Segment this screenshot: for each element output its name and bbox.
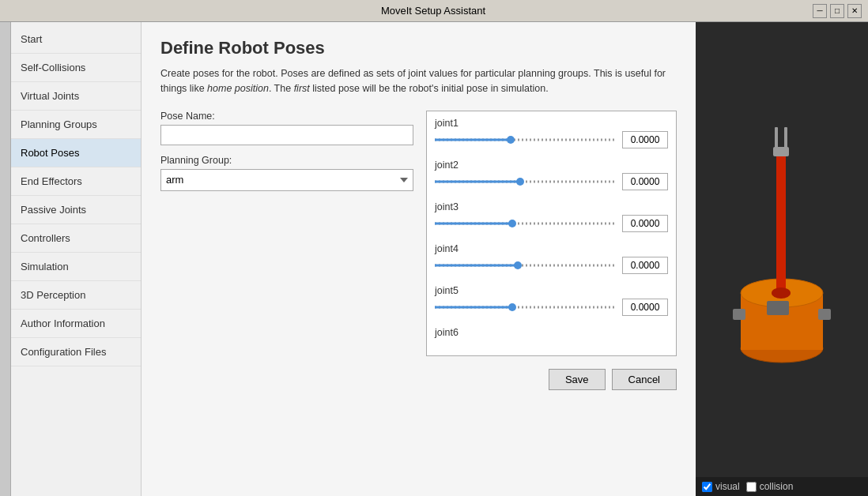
joint-row: joint1 [435, 118, 668, 148]
joint-name: joint4 [435, 243, 668, 254]
sidebar-item-author-information[interactable]: Author Information [11, 310, 141, 338]
joint-slider-container[interactable] [435, 259, 616, 272]
sidebar-item-self-collisions[interactable]: Self-Collisions [11, 54, 141, 82]
pose-name-label: Pose Name: [160, 111, 413, 122]
collision-label: collision [760, 481, 794, 492]
sidebar-item-planning-groups[interactable]: Planning Groups [11, 111, 141, 139]
joint-row: joint6 [435, 327, 668, 338]
sidebar-item-3d-perception[interactable]: 3D Perception [11, 281, 141, 310]
slider-track[interactable] [435, 175, 616, 188]
title-bar: MoveIt Setup Assistant ─ □ ✕ [0, 0, 868, 22]
joint-name: joint5 [435, 285, 668, 296]
sidebar-item-configuration-files[interactable]: Configuration Files [11, 338, 141, 366]
slider-track[interactable] [435, 217, 616, 230]
sidebar-item-virtual-joints[interactable]: Virtual Joints [11, 82, 141, 111]
joint-controls [435, 131, 668, 148]
window-controls: ─ □ ✕ [813, 4, 862, 18]
svg-rect-4 [767, 301, 789, 315]
sidebar-item-start[interactable]: Start [11, 25, 141, 54]
slider-thumb[interactable] [508, 220, 516, 227]
main-content: Define Robot Poses Create poses for the … [142, 22, 696, 496]
collision-checkbox[interactable] [746, 482, 757, 492]
left-strip [0, 22, 11, 496]
joint-row: joint4 [435, 243, 668, 274]
slider-fill [435, 138, 511, 141]
joint-name: joint2 [435, 160, 668, 171]
joint-controls [435, 257, 668, 274]
page-description: Create poses for the robot. Poses are de… [160, 66, 666, 96]
joint-name: joint1 [435, 118, 668, 129]
close-button[interactable]: ✕ [847, 4, 862, 18]
form-area: Pose Name: Planning Group: arm joint1 [160, 111, 677, 356]
joint-value-input[interactable] [622, 173, 668, 190]
joints-panel: joint1 joint2 [426, 111, 677, 356]
slider-thumb[interactable] [514, 261, 522, 269]
slider-thumb[interactable] [516, 178, 524, 186]
sidebar-item-controllers[interactable]: Controllers [11, 224, 141, 253]
sidebar: Start Self-Collisions Virtual Joints Pla… [11, 22, 142, 496]
svg-rect-11 [784, 127, 787, 152]
visual-label: visual [715, 481, 740, 492]
joint-value-input[interactable] [622, 299, 668, 316]
bottom-buttons: Save Cancel [160, 369, 677, 390]
joint-slider-container[interactable] [435, 175, 616, 188]
slider-fill [435, 264, 518, 266]
joint-row: joint5 [435, 285, 668, 316]
joint-controls [435, 299, 668, 316]
slider-thumb[interactable] [507, 136, 515, 144]
save-button[interactable]: Save [549, 369, 606, 390]
sidebar-item-passive-joints[interactable]: Passive Joints [11, 196, 141, 224]
svg-rect-7 [776, 151, 786, 293]
joint-value-input[interactable] [622, 257, 668, 274]
joint-row: joint2 [435, 160, 668, 190]
viewport: visual collision [696, 22, 868, 496]
pose-name-input[interactable] [160, 125, 413, 145]
svg-rect-5 [818, 309, 831, 320]
joint-slider-container[interactable] [435, 217, 616, 230]
visual-checkbox-group: visual [702, 481, 740, 492]
slider-track[interactable] [435, 301, 616, 314]
joint-value-input[interactable] [622, 131, 668, 148]
joint-name: joint3 [435, 201, 668, 212]
svg-point-9 [772, 287, 791, 299]
slider-fill [435, 222, 512, 224]
joint-slider-container[interactable] [435, 133, 616, 146]
robot-visualization [696, 22, 868, 477]
slider-fill [435, 306, 512, 308]
joint-controls [435, 215, 668, 232]
app-container: Start Self-Collisions Virtual Joints Pla… [0, 22, 868, 496]
svg-rect-6 [733, 309, 745, 320]
planning-group-select[interactable]: arm [160, 169, 413, 191]
slider-track[interactable] [435, 133, 616, 146]
minimize-button[interactable]: ─ [813, 4, 827, 18]
page-title: Define Robot Poses [160, 38, 677, 58]
cancel-button[interactable]: Cancel [612, 369, 677, 390]
joint-slider-container[interactable] [435, 301, 616, 314]
joint-name: joint6 [435, 327, 668, 338]
viewport-3d [696, 22, 868, 477]
joint-controls [435, 173, 668, 190]
planning-group-label: Planning Group: [160, 155, 413, 166]
window-title: MoveIt Setup Assistant [54, 5, 813, 17]
collision-checkbox-group: collision [746, 481, 794, 492]
slider-track[interactable] [435, 259, 616, 272]
visual-checkbox[interactable] [702, 482, 712, 492]
sidebar-item-simulation[interactable]: Simulation [11, 253, 141, 281]
sidebar-item-robot-poses[interactable]: Robot Poses [11, 139, 141, 167]
slider-thumb[interactable] [508, 303, 516, 311]
sidebar-item-end-effectors[interactable]: End Effectors [11, 167, 141, 196]
slider-fill [435, 180, 520, 182]
joint-row: joint3 [435, 201, 668, 232]
maximize-button[interactable]: □ [830, 4, 844, 18]
svg-rect-10 [775, 127, 778, 152]
viewport-controls: visual collision [696, 477, 868, 496]
joint-value-input[interactable] [622, 215, 668, 232]
left-form: Pose Name: Planning Group: arm [160, 111, 413, 191]
